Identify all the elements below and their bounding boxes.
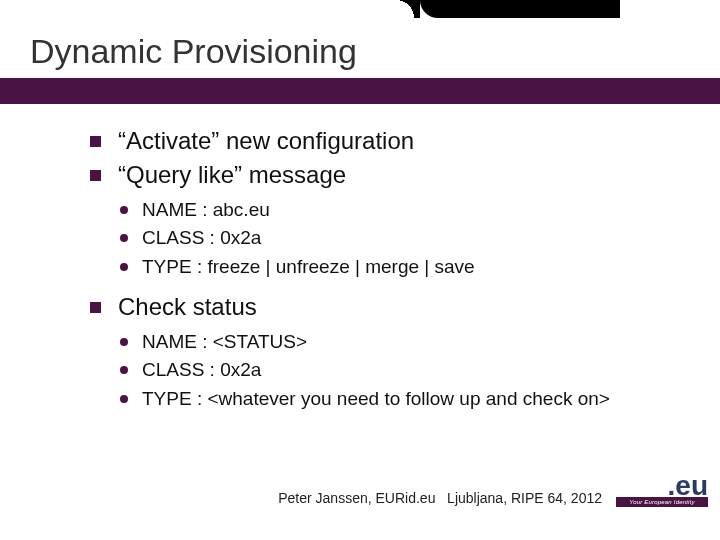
eu-logo: .eu Your European Identity <box>616 475 708 515</box>
sub-bullet-text: TYPE : freeze | unfreeze | merge | save <box>142 256 475 277</box>
sub-bullet-item: TYPE : <whatever you need to follow up a… <box>118 385 670 414</box>
bullet-text: “Activate” new configuration <box>118 127 414 154</box>
eu-logo-tagline: Your European Identity <box>616 497 708 507</box>
footer-author: Peter Janssen, EURid.eu <box>278 490 435 506</box>
slide: Dynamic Provisioning “Activate” new conf… <box>0 0 720 540</box>
bullet-item: “Activate” new configuration <box>90 125 670 157</box>
sub-bullet-item: CLASS : 0x2a <box>118 224 670 253</box>
footer-venue: Ljubljana, RIPE 64, 2012 <box>447 490 602 506</box>
slide-title: Dynamic Provisioning <box>30 32 690 71</box>
slide-body: “Activate” new configuration “Query like… <box>90 125 670 423</box>
sub-bullet-item: NAME : <STATUS> <box>118 328 670 357</box>
bullet-list: “Activate” new configuration “Query like… <box>90 125 670 413</box>
eu-logo-text: .eu <box>616 475 708 497</box>
sub-bullet-text: TYPE : <whatever you need to follow up a… <box>142 388 610 409</box>
sub-bullet-item: TYPE : freeze | unfreeze | merge | save <box>118 253 670 282</box>
bullet-item: “Query like” message NAME : abc.eu CLASS… <box>90 159 670 281</box>
title-wrap: Dynamic Provisioning <box>30 32 690 71</box>
sub-bullet-text: CLASS : 0x2a <box>142 227 261 248</box>
decorative-top-tab <box>420 0 620 18</box>
bullet-item: Check status NAME : <STATUS> CLASS : 0x2… <box>90 291 670 413</box>
sub-bullet-item: CLASS : 0x2a <box>118 356 670 385</box>
sub-bullet-text: NAME : abc.eu <box>142 199 270 220</box>
title-band <box>0 78 720 104</box>
bullet-text: Check status <box>118 293 257 320</box>
sub-bullet-item: NAME : abc.eu <box>118 196 670 225</box>
bullet-text: “Query like” message <box>118 161 346 188</box>
sub-bullet-list: NAME : <STATUS> CLASS : 0x2a TYPE : <wha… <box>118 328 670 414</box>
sub-bullet-list: NAME : abc.eu CLASS : 0x2a TYPE : freeze… <box>118 196 670 282</box>
footer-text: Peter Janssen, EURid.eu Ljubljana, RIPE … <box>278 490 602 506</box>
sub-bullet-text: CLASS : 0x2a <box>142 359 261 380</box>
decorative-curve <box>396 0 420 18</box>
sub-bullet-text: NAME : <STATUS> <box>142 331 307 352</box>
